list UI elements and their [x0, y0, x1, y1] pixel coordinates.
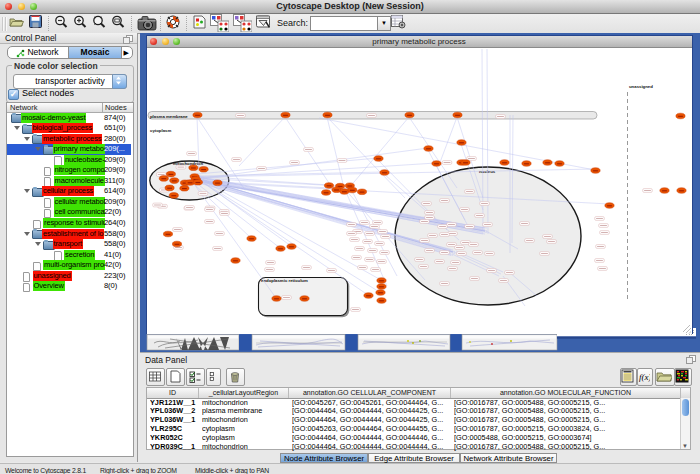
svg-text:plasma membrane: plasma membrane: [150, 114, 188, 119]
svg-text:f(x): f(x): [639, 372, 650, 382]
svg-text:unassigned: unassigned: [629, 84, 653, 89]
svg-text:cytoplasm: cytoplasm: [150, 128, 171, 133]
svg-text:endoplasmic reticulum: endoplasmic reticulum: [261, 278, 308, 283]
